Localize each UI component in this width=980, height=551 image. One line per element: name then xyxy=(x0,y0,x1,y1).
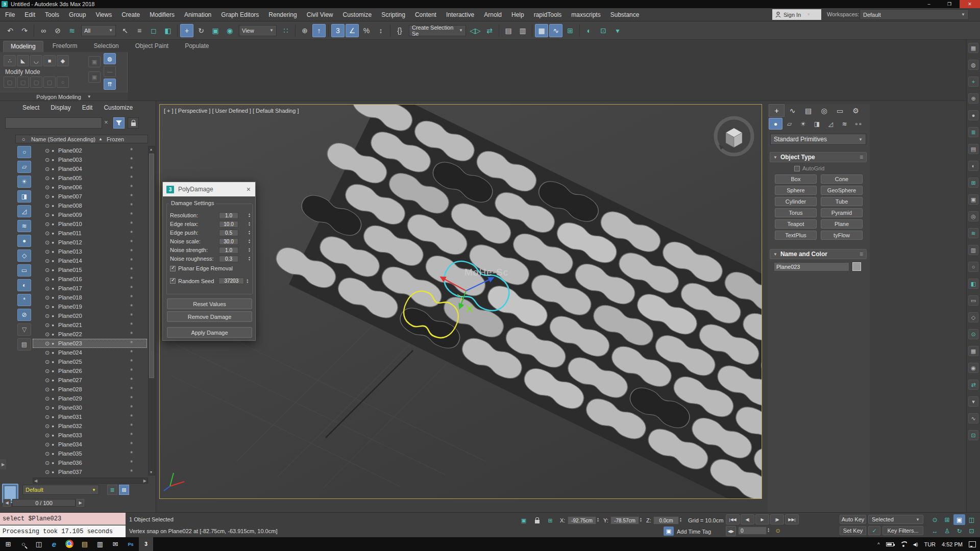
scene-object-row[interactable]: ⊙ ● Plane029 * xyxy=(33,394,147,403)
renderable-icon[interactable]: ● xyxy=(52,314,54,318)
filter-geometry-icon[interactable]: ● xyxy=(17,235,31,247)
eye-icon[interactable]: ⊙ xyxy=(45,322,50,329)
chrome-icon[interactable] xyxy=(62,537,77,551)
spinner-arrows[interactable] xyxy=(249,256,250,261)
ribbon-tool-icon[interactable]: ▣ xyxy=(88,56,101,67)
dock-icon[interactable]: ⊕ xyxy=(968,93,978,104)
filter-helpers-icon[interactable]: ◿ xyxy=(17,205,31,217)
key-selection-dropdown[interactable]: Selected ▼ xyxy=(868,515,923,524)
menu-item[interactable]: Scripting xyxy=(381,11,405,18)
eye-icon[interactable]: ⊙ xyxy=(45,405,50,411)
eye-icon[interactable]: ⊙ xyxy=(45,212,50,218)
auto-key-button[interactable]: Auto Key xyxy=(840,515,866,524)
named-selection-sets-icon[interactable]: {} xyxy=(393,24,406,37)
eye-icon[interactable]: ⊙ xyxy=(45,313,50,319)
eye-icon[interactable]: ⊙ xyxy=(45,460,50,466)
renderable-icon[interactable]: ● xyxy=(52,249,54,254)
selection-lock-icon[interactable] xyxy=(532,516,542,525)
eye-icon[interactable]: ⊙ xyxy=(45,193,50,200)
name-column-header[interactable]: Name (Sorted Ascending) xyxy=(31,136,95,142)
menu-item[interactable]: Interactive xyxy=(446,11,474,18)
planar-edge-removal-checkbox[interactable] xyxy=(170,266,176,271)
renderable-icon[interactable]: ● xyxy=(52,461,54,465)
renderable-icon[interactable]: ● xyxy=(52,167,54,171)
zoom-button[interactable]: ⊙ xyxy=(929,514,941,525)
dock-icon[interactable]: ▣ xyxy=(968,194,978,205)
list-header[interactable]: ○ Name (Sorted Ascending) ▲ Frozen xyxy=(15,135,148,143)
current-frame-field[interactable]: 0 xyxy=(738,527,767,535)
modify-tool-icon[interactable]: ○ xyxy=(57,77,69,88)
scene-object-row[interactable]: ⊙ ● Plane015 * xyxy=(33,265,147,274)
parameter-value-field[interactable]: 1.0 xyxy=(219,212,238,219)
search-button[interactable]: ○ xyxy=(16,537,31,551)
renderable-icon[interactable]: ● xyxy=(52,222,54,227)
object-type-rollout[interactable]: ▼ Object Type ≡ xyxy=(770,152,867,162)
dock-icon[interactable]: ⊞ xyxy=(968,178,978,188)
set-key-button[interactable]: Set Key xyxy=(840,526,866,535)
object-type-button[interactable]: Plane xyxy=(821,219,863,229)
isolate-selection-icon[interactable]: ▣ xyxy=(519,516,529,525)
next-frame-button[interactable]: |▶ xyxy=(770,514,784,524)
menu-item[interactable]: rapidTools xyxy=(534,11,562,18)
eye-icon[interactable]: ⊙ xyxy=(45,414,50,420)
eye-icon[interactable]: ⊙ xyxy=(45,221,50,228)
polygon-modeling-header[interactable]: Polygon Modeling ▼ xyxy=(0,93,128,101)
filter-funnel-icon[interactable]: ▽ xyxy=(17,323,31,336)
object-type-button[interactable]: Box xyxy=(775,174,817,184)
sign-in-button[interactable]: Sign In ▼ xyxy=(772,9,821,20)
close-button[interactable]: ✕ xyxy=(960,0,980,8)
tab-utilities[interactable]: ⚙ xyxy=(848,104,864,117)
eye-icon[interactable]: ⊙ xyxy=(45,157,50,163)
dock-icon[interactable]: ⊡ xyxy=(968,430,978,440)
ribbon-tab[interactable]: Freeform xyxy=(45,41,85,52)
scene-object-row[interactable]: ⊙ ● Plane033 * xyxy=(33,431,147,440)
renderable-icon[interactable]: ● xyxy=(52,442,54,447)
orbit-button[interactable]: ↻ xyxy=(953,525,965,536)
eye-icon[interactable]: ⊙ xyxy=(45,340,50,347)
spinner-arrows[interactable] xyxy=(640,517,642,522)
maximize-viewport-button[interactable]: ⊡ xyxy=(966,525,977,536)
renderable-icon[interactable]: ● xyxy=(52,204,54,208)
menu-item[interactable]: Views xyxy=(95,11,112,18)
dock-icon[interactable]: ▥ xyxy=(968,245,978,255)
ribbon-tab[interactable]: Selection xyxy=(86,41,126,52)
scene-object-row[interactable]: ⊙ ● Plane005 * xyxy=(33,173,147,183)
renderable-icon[interactable]: ● xyxy=(52,240,54,245)
renderable-icon[interactable]: ● xyxy=(52,387,54,392)
explorer-menu-item[interactable]: Edit xyxy=(82,104,93,111)
scrollbar-thumb[interactable] xyxy=(149,154,154,378)
object-type-button[interactable]: tyFlow xyxy=(821,231,863,240)
tab-motion[interactable]: ◎ xyxy=(816,104,832,117)
filter-space-warps-icon[interactable]: ≋ xyxy=(17,220,31,232)
toggle-scene-explorer-icon[interactable]: ▤ xyxy=(502,24,515,37)
category-cameras[interactable]: ◨ xyxy=(810,118,824,130)
renderable-icon[interactable]: ● xyxy=(52,305,54,309)
eye-icon[interactable]: ⊙ xyxy=(45,359,50,365)
category-systems[interactable]: ∘∘ xyxy=(851,118,865,130)
select-and-place-icon[interactable]: ◉ xyxy=(223,24,236,37)
eye-icon[interactable]: ⊙ xyxy=(45,166,50,172)
tab-modify[interactable]: ∿ xyxy=(785,104,800,117)
toolbar-separator[interactable] xyxy=(390,24,390,37)
renderable-icon[interactable]: ● xyxy=(52,148,54,153)
category-helpers[interactable]: ◿ xyxy=(824,118,838,130)
scene-object-row[interactable]: ⊙ ● Plane034 * xyxy=(33,440,147,449)
eye-icon[interactable]: ⊙ xyxy=(45,377,50,384)
spinner-arrows[interactable] xyxy=(680,517,681,522)
search-input[interactable] xyxy=(5,117,102,129)
renderable-icon[interactable]: ● xyxy=(52,268,54,272)
filter-hidden-icon[interactable]: ⊘ xyxy=(17,309,31,321)
explorer-menu-item[interactable]: Display xyxy=(51,104,70,111)
object-type-button[interactable]: Torus xyxy=(775,208,817,217)
percent-snap-icon[interactable]: % xyxy=(360,24,373,37)
menu-item[interactable]: Arnold xyxy=(484,11,502,18)
tab-display[interactable]: ▭ xyxy=(832,104,848,117)
renderable-icon[interactable]: ● xyxy=(52,424,54,429)
dock-icon[interactable]: ∿ xyxy=(968,413,978,423)
use-pivot-center-icon[interactable]: ∷ xyxy=(279,24,292,37)
curve-editor-icon[interactable]: ∿ xyxy=(549,24,562,37)
eye-icon[interactable]: ⊙ xyxy=(45,423,50,430)
named-selection-dropdown[interactable]: Create Selection Se▼ xyxy=(409,25,466,36)
previous-frame-arrow[interactable]: ◀ xyxy=(3,499,11,507)
renderable-icon[interactable]: ● xyxy=(52,185,54,190)
